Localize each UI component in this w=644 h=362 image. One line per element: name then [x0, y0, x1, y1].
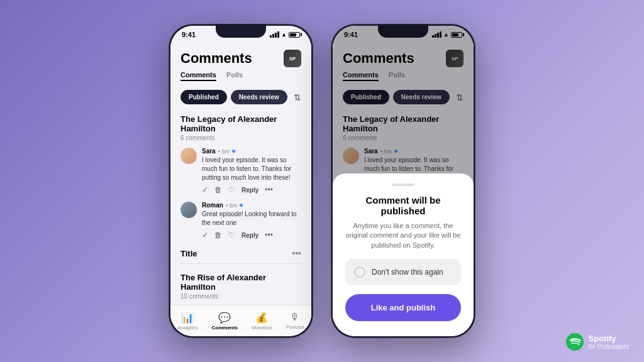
- spotify-subtitle: for Podcasters: [589, 343, 629, 350]
- podcast-label-left: Podcast: [286, 324, 304, 330]
- tab-polls-left[interactable]: Polls: [226, 71, 243, 81]
- nav-analytics-left[interactable]: 📊 Analytics: [177, 312, 197, 331]
- episode-count-1-left: 6 comments: [180, 134, 301, 141]
- avatar-initials-left: SP: [289, 56, 296, 62]
- bottom-nav-left: 📊 Analytics 💬 Comments 💰 Monetize 🎙 Podc…: [170, 305, 311, 336]
- phone-left-inner: 9:41 ▲ Commen: [170, 26, 311, 336]
- podcast-icon-left: 🎙: [290, 312, 300, 323]
- roman-check-btn[interactable]: ✓: [202, 231, 208, 239]
- avatar-sara-left: [180, 148, 197, 164]
- comment-roman-time: • 5m: [226, 202, 237, 209]
- radio-circle: [354, 266, 365, 278]
- bottom-sheet-overlay: Comment will be published Anytime you li…: [333, 43, 474, 336]
- app-content-right: Comments SP Comments Polls Published Nee…: [333, 43, 474, 336]
- filter-needs-review-left[interactable]: Needs review: [231, 90, 287, 104]
- episode-count-2-left: 10 comments: [180, 293, 301, 300]
- sheet-description: Anytime you like a comment, the original…: [345, 221, 461, 250]
- comment-sara-dot: [232, 150, 235, 153]
- comments-icon-left: 💬: [218, 312, 231, 324]
- sheet-title: Comment will be published: [345, 195, 461, 216]
- sara-check-btn[interactable]: ✓: [202, 185, 208, 194]
- status-time-left: 9:41: [182, 31, 196, 38]
- comment-sara-author: Sara: [202, 148, 216, 155]
- nav-comments-left[interactable]: 💬 Comments: [211, 312, 237, 331]
- signal-bar-1: [270, 35, 272, 38]
- comments-label-left: Comments: [211, 325, 237, 331]
- monetize-label-left: Monetize: [252, 325, 272, 331]
- filter-icon-left[interactable]: ⇅: [294, 92, 301, 102]
- section-title-left: Title: [180, 249, 197, 258]
- divider-1-left: [180, 263, 301, 264]
- signal-bar-3: [275, 33, 277, 38]
- sara-more-btn[interactable]: •••: [265, 185, 273, 194]
- analytics-icon-left: 📊: [181, 312, 194, 324]
- notch-left: [216, 24, 266, 38]
- signal-bars-left: [270, 31, 279, 38]
- comment-sara-time: • 5m: [218, 148, 230, 155]
- phone-left: 9:41 ▲ Commen: [169, 24, 313, 338]
- header-avatar-left[interactable]: SP: [284, 50, 301, 67]
- comment-roman-row: Roman • 5m Great episode! Looking forwar…: [180, 202, 301, 228]
- comment-sara-left: Sara • 5m I loved your episode. It was s…: [170, 144, 311, 198]
- roman-reply-btn[interactable]: Reply: [242, 232, 258, 239]
- svg-point-0: [566, 333, 584, 351]
- episode-section-2-left: The Rise of Alexander Hamilton 10 commen…: [170, 266, 311, 302]
- wifi-icon-left: ▲: [281, 31, 287, 38]
- spotify-brand-group: Spotify for Podcasters: [589, 334, 629, 350]
- phones-container: 9:41 ▲ Commen: [169, 24, 475, 338]
- comment-sara-text: I loved your episode. It was so much fun…: [202, 156, 301, 182]
- comment-sara-row: Sara • 5m I loved your episode. It was s…: [180, 148, 301, 182]
- comment-roman-dot: [240, 204, 243, 207]
- monetize-icon-left: 💰: [255, 312, 268, 324]
- signal-bar-4: [277, 31, 279, 38]
- battery-icon-left: [289, 32, 300, 38]
- sara-heart-btn[interactable]: ♡: [228, 185, 235, 194]
- roman-heart-btn[interactable]: ♡: [228, 231, 235, 239]
- app-title-left: Comments: [180, 50, 252, 67]
- section-more-left[interactable]: •••: [292, 248, 301, 258]
- nav-podcast-left[interactable]: 🎙 Podcast: [286, 312, 304, 330]
- bottom-sheet: Comment will be published Anytime you li…: [333, 173, 474, 336]
- roman-trash-btn[interactable]: 🗑: [214, 231, 222, 239]
- sheet-option-text: Don't show this again: [372, 268, 443, 277]
- avatar-roman-left: [180, 202, 197, 218]
- comment-roman-text: Great episode! Looking forward to the ne…: [202, 210, 301, 228]
- roman-more-btn[interactable]: •••: [265, 231, 273, 239]
- comment-sara-actions: ✓ 🗑 ♡ Reply •••: [180, 185, 301, 194]
- comment-roman-meta: Roman • 5m: [202, 202, 301, 209]
- comment-sara-meta: Sara • 5m: [202, 148, 301, 155]
- comment-roman-author: Roman: [202, 202, 223, 209]
- scroll-content-left: The Legacy of Alexander Hamilton 6 comme…: [170, 108, 311, 305]
- comment-roman-left: Roman • 5m Great episode! Looking forwar…: [170, 198, 311, 243]
- filter-row-left: Published Needs review ⇅: [170, 86, 311, 108]
- like-and-publish-button[interactable]: Like and publish: [345, 294, 461, 321]
- spotify-name: Spotify: [589, 334, 629, 343]
- comment-roman-body: Roman • 5m Great episode! Looking forwar…: [202, 202, 301, 228]
- sara-trash-btn[interactable]: 🗑: [214, 185, 222, 194]
- spotify-logo-icon: [566, 333, 584, 351]
- sara-reply-btn[interactable]: Reply: [242, 187, 258, 194]
- filter-published-left[interactable]: Published: [180, 90, 227, 104]
- tabs-row-left: Comments Polls: [170, 71, 311, 86]
- comment-sara-body: Sara • 5m I loved your episode. It was s…: [202, 148, 301, 182]
- spotify-branding: Spotify for Podcasters: [566, 333, 629, 351]
- episode-title-2-left: The Rise of Alexander Hamilton: [180, 273, 301, 292]
- sheet-handle: [392, 184, 414, 186]
- phone-right-inner: 9:41 ▲ Commen: [333, 26, 474, 336]
- phone-right: 9:41 ▲ Commen: [331, 24, 475, 338]
- comment-roman-actions: ✓ 🗑 ♡ Reply •••: [180, 231, 301, 239]
- episode-title-1-left: The Legacy of Alexander Hamilton: [180, 114, 301, 133]
- tab-comments-left[interactable]: Comments: [180, 71, 216, 81]
- app-content-left: Comments SP Comments Polls Published Nee…: [170, 43, 311, 336]
- title-section-left: Title •••: [170, 243, 311, 261]
- sheet-option[interactable]: Don't show this again: [345, 259, 461, 285]
- signal-bar-2: [272, 34, 274, 38]
- app-header-left: Comments SP: [170, 43, 311, 71]
- nav-monetize-left[interactable]: 💰 Monetize: [252, 312, 272, 331]
- status-icons-left: ▲: [270, 31, 300, 38]
- episode-section-1-left: The Legacy of Alexander Hamilton 6 comme…: [170, 108, 311, 144]
- battery-fill-left: [290, 33, 296, 36]
- analytics-label-left: Analytics: [177, 325, 197, 331]
